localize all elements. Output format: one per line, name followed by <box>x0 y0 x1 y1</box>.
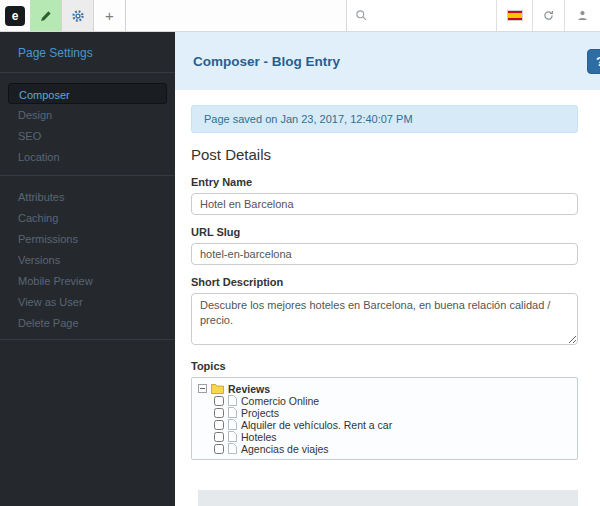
evolution-logo-icon: e <box>5 6 25 26</box>
folder-icon <box>211 383 224 394</box>
topic-item[interactable]: Projects <box>198 407 571 418</box>
toolbar-spacer <box>126 0 346 31</box>
plus-icon: + <box>105 7 114 24</box>
sidebar-secondary-group: AttributesCachingPermissionsVersionsMobi… <box>0 186 175 333</box>
page-settings-sidebar: Page Settings ComposerDesignSEOLocation … <box>0 32 175 506</box>
sidebar-item[interactable]: View as User <box>0 291 175 312</box>
sidebar-item[interactable]: Design <box>0 104 175 125</box>
composer-form: Page saved on Jan 23, 2017, 12:40:07 PM … <box>175 90 600 506</box>
sidebar-title: Page Settings <box>0 34 175 72</box>
tab-edit[interactable] <box>30 0 62 31</box>
file-icon <box>228 407 237 418</box>
sidebar-item[interactable]: Mobile Preview <box>0 270 175 291</box>
search-icon <box>355 9 368 22</box>
topics-tree: Reviews Comercio Online <box>191 377 578 460</box>
sidebar-item[interactable]: Versions <box>0 249 175 270</box>
topic-label: Agencias de viajes <box>241 443 329 455</box>
section-title: Post Details <box>191 146 578 163</box>
topic-checkbox[interactable] <box>214 396 224 406</box>
topics-root-label: Reviews <box>228 383 270 395</box>
spain-flag-icon <box>507 10 523 21</box>
url-slug-input[interactable] <box>191 243 578 265</box>
sidebar-item[interactable]: SEO <box>0 125 175 146</box>
sidebar-item[interactable]: Delete Page <box>0 312 175 333</box>
sidebar-primary-group: ComposerDesignSEOLocation <box>0 83 175 167</box>
language-switcher[interactable] <box>496 0 532 31</box>
short-description-label: Short Description <box>191 276 578 288</box>
toolbar-search <box>346 0 496 31</box>
topics-root-node[interactable]: Reviews <box>198 383 571 394</box>
topic-label: Hoteles <box>241 431 277 443</box>
tab-settings[interactable] <box>62 0 94 31</box>
sidebar-item[interactable]: Location <box>0 146 175 167</box>
help-button[interactable]: ? <box>587 49 600 74</box>
sidebar-item[interactable]: Caching <box>0 207 175 228</box>
sidebar-item[interactable]: Attributes <box>0 186 175 207</box>
top-toolbar: e + <box>0 0 600 32</box>
sidebar-divider <box>0 72 175 73</box>
refresh-icon <box>542 9 555 22</box>
sidebar-divider <box>0 339 175 340</box>
topic-item[interactable]: Alquiler de vehículos. Rent a car <box>198 419 571 430</box>
file-icon <box>228 419 237 430</box>
topic-label: Projects <box>241 407 279 419</box>
app-logo[interactable]: e <box>0 0 30 31</box>
topic-label: Comercio Online <box>241 395 319 407</box>
main-panel: Composer - Blog Entry ? Page saved on Ja… <box>175 32 600 506</box>
topic-checkbox[interactable] <box>214 444 224 454</box>
save-notification: Page saved on Jan 23, 2017, 12:40:07 PM <box>191 105 578 133</box>
sidebar-item[interactable]: Composer <box>8 83 167 104</box>
user-menu-button[interactable] <box>564 0 600 31</box>
page-title: Composer - Blog Entry <box>193 54 340 69</box>
refresh-button[interactable] <box>532 0 564 31</box>
topic-checkbox[interactable] <box>214 420 224 430</box>
topic-checkbox[interactable] <box>214 408 224 418</box>
sidebar-divider <box>0 175 175 176</box>
tab-new[interactable]: + <box>94 0 126 31</box>
topic-item[interactable]: Hoteles <box>198 431 571 442</box>
pencil-icon <box>40 10 52 22</box>
topics-label: Topics <box>191 360 578 372</box>
topic-checkbox[interactable] <box>214 432 224 442</box>
entry-name-field: Entry Name <box>191 176 578 215</box>
url-slug-field: URL Slug <box>191 226 578 265</box>
topics-children: Comercio Online Projects <box>198 395 571 454</box>
topics-field: Topics Reviews <box>191 360 578 460</box>
entry-name-input[interactable] <box>191 193 578 215</box>
tree-collapse-icon[interactable] <box>198 384 207 393</box>
form-actions: Save Publish <box>198 490 578 506</box>
page-header: Composer - Blog Entry ? <box>175 32 600 90</box>
short-description-textarea[interactable] <box>191 293 578 345</box>
file-icon <box>228 443 237 454</box>
topic-item[interactable]: Comercio Online <box>198 395 571 406</box>
url-slug-label: URL Slug <box>191 226 578 238</box>
file-icon <box>228 431 237 442</box>
user-icon <box>576 9 589 22</box>
file-icon <box>228 395 237 406</box>
short-description-field: Short Description <box>191 276 578 349</box>
sidebar-item[interactable]: Permissions <box>0 228 175 249</box>
topic-item[interactable]: Agencias de viajes <box>198 443 571 454</box>
topic-label: Alquiler de vehículos. Rent a car <box>241 419 392 431</box>
search-input[interactable] <box>374 10 488 22</box>
entry-name-label: Entry Name <box>191 176 578 188</box>
gear-icon <box>71 9 85 23</box>
